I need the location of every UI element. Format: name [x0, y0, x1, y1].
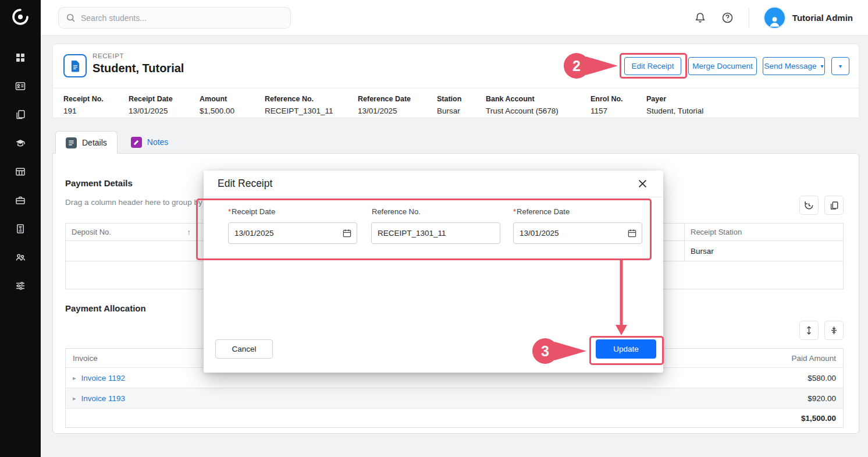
sort-ascending-icon[interactable]: ↑ — [187, 228, 191, 236]
send-message-button[interactable]: Send Message▾ — [763, 57, 825, 75]
info-field: Reference Date13/01/2025 — [358, 95, 437, 118]
topbar: Tutorial Admin — [41, 0, 868, 36]
paid-amount-value: $580.00 — [807, 374, 836, 382]
calendar-icon[interactable] — [627, 228, 637, 238]
info-field: Receipt Date13/01/2025 — [129, 95, 200, 118]
total-amount: $1,500.00 — [801, 414, 836, 423]
payment-allocation-tools — [799, 321, 844, 340]
receipt-date-field: *Receipt Date — [228, 207, 357, 244]
app-logo-icon[interactable] — [0, 0, 41, 34]
column-header-receipt-station[interactable]: Receipt Station — [685, 224, 843, 240]
sidebar-item-records[interactable] — [0, 101, 41, 130]
column-header-deposit-no[interactable]: Deposit No.↑ — [66, 224, 197, 240]
sidebar-item-contacts[interactable] — [0, 73, 41, 101]
topbar-actions: Tutorial Admin — [694, 0, 853, 36]
column-header-invoice: Invoice — [73, 354, 98, 363]
sliders-icon — [15, 280, 26, 294]
svg-text:$: $ — [19, 226, 22, 231]
receipt-station-cell: Bursar — [685, 241, 843, 261]
reference-date-field: *Reference Date — [513, 207, 642, 244]
column-header-paid-amount: Paid Amount — [791, 354, 836, 363]
search-icon — [66, 13, 76, 23]
reference-date-input[interactable] — [513, 222, 642, 244]
chevron-down-icon: ▾ — [839, 63, 842, 69]
app-screen: $ Tutorial Admin RECEIPT Student, Tutori… — [0, 0, 868, 457]
tab-notes[interactable]: Notes — [121, 131, 179, 153]
tab-bar: Details Notes — [55, 131, 178, 154]
table-row: ▸ Invoice 1193 $920.00 — [66, 388, 843, 409]
invoice-link[interactable]: Invoice 1193 — [81, 394, 126, 403]
copy-pages-icon — [829, 200, 839, 211]
required-asterisk: * — [228, 207, 231, 216]
cancel-button[interactable]: Cancel — [215, 339, 273, 359]
info-field: Amount$1,500.00 — [200, 95, 265, 118]
avatar — [764, 8, 785, 28]
info-field: Receipt No.191 — [63, 95, 129, 118]
edit-receipt-button[interactable]: Edit Receipt — [624, 57, 681, 75]
help-icon[interactable] — [721, 12, 734, 24]
search-box — [58, 7, 291, 29]
sidebar-item-community[interactable] — [0, 244, 41, 272]
info-field: StationBursar — [437, 95, 486, 118]
user-menu[interactable]: Tutorial Admin — [764, 8, 853, 28]
record-type-label: RECEIPT — [93, 52, 124, 59]
copy-pages-icon — [15, 109, 26, 123]
update-button[interactable]: Update — [596, 339, 656, 359]
sidebar: $ — [0, 0, 41, 457]
modal-header: Edit Receipt — [204, 171, 663, 197]
row-expand-icon[interactable]: ▸ — [73, 374, 76, 382]
payment-details-tools — [799, 196, 844, 215]
paid-amount-value: $920.00 — [807, 394, 836, 403]
sidebar-nav: $ — [0, 44, 41, 301]
page-title: Student, Tutorial — [93, 62, 184, 75]
tab-details[interactable]: Details — [55, 131, 118, 154]
reference-no-input[interactable] — [371, 222, 500, 244]
chevron-down-icon: ▾ — [821, 63, 824, 69]
invoice-link[interactable]: Invoice 1192 — [81, 374, 126, 382]
table-icon — [15, 166, 26, 180]
sidebar-item-billing[interactable]: $ — [0, 215, 41, 244]
id-card-icon — [15, 80, 26, 94]
export-button[interactable] — [824, 196, 844, 215]
search-input[interactable] — [81, 13, 283, 23]
payment-details-title: Payment Details — [65, 178, 133, 188]
collapse-all-button[interactable] — [824, 321, 844, 340]
people-icon — [15, 251, 26, 265]
invoice-dollar-icon: $ — [15, 223, 26, 237]
collapse-arrows-icon — [829, 325, 839, 335]
payment-allocation-title: Payment Allocation — [65, 303, 146, 313]
sidebar-item-services[interactable] — [0, 187, 41, 215]
sidebar-item-tables[interactable] — [0, 158, 41, 187]
sidebar-item-dashboard[interactable] — [0, 44, 41, 73]
enrol-no-link[interactable]: 1157 — [590, 107, 646, 115]
receipt-date-input[interactable] — [228, 222, 357, 244]
total-row: $1,500.00 — [66, 409, 843, 427]
receipt-info-row: Receipt No.191 Receipt Date13/01/2025 Am… — [53, 88, 859, 118]
info-field: Bank AccountTrust Account (5678) — [486, 95, 590, 118]
modal-title: Edit Receipt — [218, 178, 272, 190]
edit-receipt-modal: Edit Receipt *Receipt Date Reference No.… — [204, 171, 663, 373]
info-field: PayerStudent, Tutorial — [646, 95, 859, 118]
expand-arrows-icon — [804, 325, 814, 335]
more-actions-button[interactable]: ▾ — [831, 57, 849, 75]
info-field: Enrol No.1157 — [590, 95, 646, 118]
reference-no-field: Reference No. — [371, 207, 500, 244]
merge-document-button[interactable]: Merge Document — [688, 57, 757, 75]
required-asterisk: * — [513, 207, 516, 216]
dashboard-icon — [15, 52, 26, 66]
user-name: Tutorial Admin — [792, 13, 853, 23]
receipt-doc-icon — [63, 54, 87, 77]
receipt-header-card: RECEIPT Student, Tutorial Edit Receipt M… — [52, 44, 859, 118]
info-field: Reference No.RECEIPT_1301_11 — [265, 95, 358, 118]
sidebar-item-academics[interactable] — [0, 130, 41, 158]
notes-tab-icon — [131, 137, 142, 148]
close-icon[interactable] — [636, 177, 649, 190]
calendar-icon[interactable] — [342, 228, 352, 238]
sidebar-item-settings[interactable] — [0, 272, 41, 301]
expand-all-button[interactable] — [799, 321, 819, 340]
notifications-bell-icon[interactable] — [694, 12, 706, 24]
history-button[interactable] — [799, 196, 819, 215]
topbar-divider — [749, 8, 749, 28]
row-expand-icon[interactable]: ▸ — [73, 395, 76, 402]
graduation-cap-icon — [15, 137, 26, 151]
